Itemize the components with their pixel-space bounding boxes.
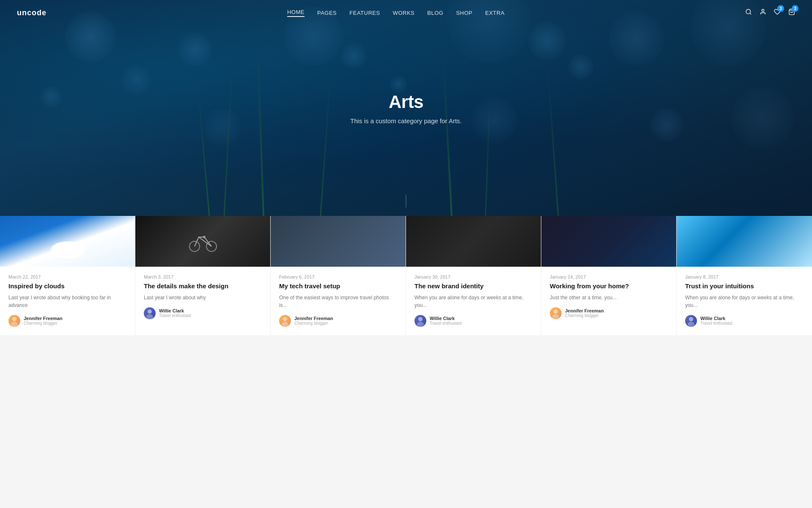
author-avatar: [8, 315, 20, 327]
author-info: Jennifer Freeman Charming blogger: [24, 316, 63, 326]
main-nav: HOME PAGES FEATURES WORKS BLOG SHOP EXTR…: [287, 9, 505, 17]
svg-point-5: [11, 322, 18, 327]
nav-shop[interactable]: SHOP: [456, 10, 472, 16]
nav-pages[interactable]: PAGES: [317, 10, 337, 16]
nav-works[interactable]: WORKS: [393, 10, 415, 16]
avatar-image: [279, 315, 291, 327]
post-title[interactable]: The new brand identity: [414, 282, 532, 290]
post-body: January 8, 2017 Trust in your intuitions…: [677, 267, 812, 335]
post-author: Jennifer Freeman Charming blogger: [8, 315, 126, 327]
author-avatar: [685, 315, 697, 327]
hero-scroll-indicator: [406, 195, 406, 207]
post-date: January 30, 2017: [414, 274, 532, 279]
avatar-image: [550, 307, 562, 319]
svg-point-2: [762, 9, 764, 11]
posts-grid: March 22, 2017 Inspired by clouds Last y…: [0, 216, 812, 335]
svg-point-8: [203, 236, 206, 238]
post-author: Jennifer Freeman Charming blogger: [550, 307, 668, 319]
post-excerpt: When you are alone for days or weeks at …: [685, 294, 804, 309]
post-date: January 14, 2017: [550, 274, 668, 279]
post-title[interactable]: The details make the design: [144, 282, 262, 290]
svg-point-15: [554, 309, 558, 314]
post-thumbnail: [135, 216, 270, 267]
post-body: January 14, 2017 Working from your home?…: [541, 267, 676, 328]
cart-icon[interactable]: 3: [788, 8, 795, 17]
posts-section: March 22, 2017 Inspired by clouds Last y…: [0, 216, 812, 335]
author-info: Jennifer Freeman Charming blogger: [294, 316, 333, 326]
post-thumbnail: [541, 216, 676, 267]
post-card[interactable]: January 30, 2017 The new brand identity …: [406, 216, 541, 335]
post-title[interactable]: Inspired by clouds: [8, 282, 126, 290]
author-info: Willie Clark Travel enthusiast: [159, 308, 191, 318]
author-role: Charming blogger: [565, 313, 604, 318]
scroll-line: [406, 195, 406, 207]
post-body: February 6, 2017 My tech travel setup On…: [271, 267, 406, 335]
author-info: Jennifer Freeman Charming blogger: [565, 308, 604, 318]
svg-point-14: [417, 322, 424, 327]
svg-point-9: [148, 309, 152, 314]
author-role: Travel enthusiast: [700, 321, 732, 326]
author-info: Willie Clark Travel enthusiast: [700, 316, 732, 326]
post-card[interactable]: February 6, 2017 My tech travel setup On…: [271, 216, 406, 335]
author-role: Travel enthusiast: [159, 313, 191, 318]
post-card[interactable]: January 14, 2017 Working from your home?…: [541, 216, 677, 335]
post-date: March 3, 2017: [144, 274, 262, 279]
user-icon[interactable]: [760, 8, 766, 17]
avatar-image: [685, 315, 697, 327]
post-card[interactable]: March 3, 2017 The details make the desig…: [135, 216, 271, 335]
author-name: Jennifer Freeman: [24, 316, 63, 321]
nav-extra[interactable]: EXTRA: [485, 10, 505, 16]
svg-point-17: [689, 317, 693, 321]
author-avatar: [279, 315, 291, 327]
author-avatar: [144, 307, 156, 319]
post-author: Willie Clark Travel enthusiast: [685, 315, 804, 327]
post-thumbnail: [0, 216, 135, 267]
author-name: Willie Clark: [430, 316, 462, 321]
nav-features[interactable]: FEATURES: [349, 10, 380, 16]
cart-badge: 3: [792, 5, 798, 12]
post-title[interactable]: Working from your home?: [550, 282, 668, 290]
post-body: March 22, 2017 Inspired by clouds Last y…: [0, 267, 135, 335]
avatar-image: [414, 315, 426, 327]
author-role: Charming blogger: [24, 321, 63, 326]
site-header: uncode HOME PAGES FEATURES WORKS BLOG SH…: [0, 0, 812, 25]
svg-point-4: [12, 317, 16, 321]
post-author: Willie Clark Travel enthusiast: [144, 307, 262, 319]
author-name: Jennifer Freeman: [294, 316, 333, 321]
header-actions: 3 3: [745, 8, 795, 17]
post-author: Willie Clark Travel enthusiast: [414, 315, 532, 327]
post-thumbnail: [677, 216, 812, 267]
post-card[interactable]: March 22, 2017 Inspired by clouds Last y…: [0, 216, 135, 335]
nav-blog[interactable]: BLOG: [427, 10, 443, 16]
post-card[interactable]: January 8, 2017 Trust in your intuitions…: [677, 216, 812, 335]
post-title[interactable]: My tech travel setup: [279, 282, 397, 290]
post-title[interactable]: Trust in your intuitions: [685, 282, 804, 290]
svg-point-12: [282, 322, 288, 327]
logo[interactable]: uncode: [17, 8, 47, 17]
post-author: Jennifer Freeman Charming blogger: [279, 315, 397, 327]
author-role: Travel enthusiast: [430, 321, 462, 326]
post-thumbnail: [271, 216, 406, 267]
svg-point-10: [146, 314, 153, 319]
avatar-image: [144, 307, 156, 319]
author-name: Jennifer Freeman: [565, 308, 604, 313]
hero-title: Arts: [350, 92, 461, 112]
post-excerpt: Last year I wrote about why: [144, 294, 262, 301]
author-role: Charming blogger: [294, 321, 333, 326]
svg-point-18: [688, 322, 694, 327]
post-body: January 30, 2017 The new brand identity …: [406, 267, 541, 335]
hero-subtitle: This is a custom category page for Arts.: [350, 117, 461, 124]
svg-point-13: [418, 317, 422, 321]
nav-home[interactable]: HOME: [287, 9, 304, 17]
svg-point-0: [746, 9, 751, 14]
avatar-image: [8, 315, 20, 327]
wishlist-icon[interactable]: 3: [774, 8, 781, 17]
post-thumbnail: [406, 216, 541, 267]
post-excerpt: When you are alone for days or weeks at …: [414, 294, 532, 309]
post-date: January 8, 2017: [685, 274, 804, 279]
author-avatar: [550, 307, 562, 319]
author-avatar: [414, 315, 426, 327]
svg-point-11: [283, 317, 287, 321]
author-name: Willie Clark: [700, 316, 732, 321]
search-icon[interactable]: [745, 8, 752, 17]
